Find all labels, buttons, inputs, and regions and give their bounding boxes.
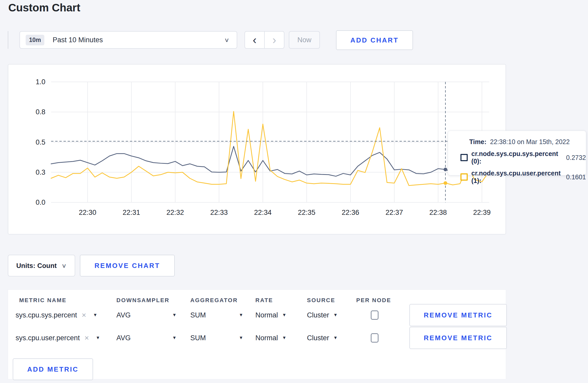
col-header-downsampler: DOWNSAMPLER (116, 297, 190, 304)
user-hover-point (444, 181, 447, 185)
chart-canvas[interactable]: 0.00.30.50.81.022:3022:3122:3222:3322:34… (8, 65, 506, 234)
rate-dropdown[interactable]: Normal ▼ (255, 311, 307, 319)
col-header-rate: RATE (255, 297, 307, 304)
per-node-checkbox[interactable] (371, 310, 379, 320)
dropdown-caret-icon: ▼ (333, 313, 338, 318)
downsampler-dropdown[interactable]: AVG▼ (116, 311, 190, 319)
add-chart-button[interactable]: ADD CHART (336, 30, 413, 50)
per-node-checkbox[interactable] (371, 333, 379, 343)
tooltip-series-row: cr.node.sys.cpu.user.percent (1): 0.1601 (460, 169, 586, 185)
source-dropdown[interactable]: Cluster ▼ (307, 334, 356, 342)
metrics-table: METRIC NAME DOWNSAMPLER AGGREGATOR RATE … (8, 289, 506, 379)
time-pager: ‹ › (244, 31, 284, 49)
chevron-left-icon: ‹ (253, 34, 257, 46)
units-select[interactable]: Units: Count ∨ (8, 255, 75, 276)
sys-series-swatch-icon (460, 154, 468, 161)
x-axis-tick-label: 22:34 (254, 209, 272, 216)
dropdown-caret-icon: ▼ (172, 335, 177, 341)
x-axis-tick-label: 22:31 (123, 209, 140, 216)
y-axis-tick-label: 0.8 (36, 108, 45, 116)
chart-card: 0.00.30.50.81.022:3022:3122:3222:3322:34… (8, 64, 506, 235)
clear-metric-icon[interactable]: × (82, 311, 86, 320)
y-axis-tick-label: 0.5 (36, 138, 45, 146)
sys-hover-point (444, 168, 447, 171)
sys-percent-line (51, 146, 489, 176)
x-axis-tick-label: 22:36 (342, 209, 359, 216)
chart-hover-tooltip: Time: 22:38:10 on Mar 15th, 2022 cr.node… (448, 131, 586, 175)
tooltip-user-value: 0.1601 (566, 173, 586, 181)
x-axis-tick-label: 22:39 (473, 209, 491, 216)
metric-row: sys.cpu.sys.percent × ▼ AVG▼ SUM▼ Normal… (8, 304, 506, 327)
tooltip-sys-label: cr.node.sys.cpu.sys.percent (0): (471, 150, 563, 165)
downsampler-dropdown[interactable]: AVG▼ (116, 334, 190, 342)
time-range-label: Past 10 Minutes (53, 36, 103, 44)
tooltip-series-row: cr.node.sys.cpu.sys.percent (0): 0.2732 (460, 150, 586, 165)
user-series-swatch-icon (460, 173, 468, 181)
add-metric-button[interactable]: ADD METRIC (13, 358, 93, 380)
x-axis-tick-label: 22:35 (298, 209, 316, 216)
aggregator-dropdown[interactable]: SUM▼ (190, 334, 255, 342)
x-axis-tick-label: 22:32 (166, 209, 184, 216)
col-header-metric-name: METRIC NAME (19, 297, 116, 304)
chevron-down-icon: ∨ (224, 37, 230, 43)
dropdown-caret-icon: ▼ (282, 313, 286, 318)
aggregator-dropdown[interactable]: SUM▼ (190, 311, 255, 319)
x-axis-tick-label: 22:33 (210, 209, 228, 216)
dropdown-caret-icon: ▼ (239, 335, 243, 341)
remove-chart-button[interactable]: REMOVE CHART (80, 255, 175, 276)
dropdown-caret-icon: ▼ (93, 313, 97, 318)
col-header-per-node: PER NODE (356, 297, 405, 304)
tooltip-time-row: Time: 22:38:10 on Mar 15th, 2022 (469, 138, 586, 146)
tooltip-time-label: Time: (469, 138, 486, 146)
dropdown-caret-icon: ▼ (239, 313, 243, 318)
source-dropdown[interactable]: Cluster ▼ (307, 311, 356, 319)
dropdown-caret-icon: ▼ (333, 335, 338, 341)
x-axis-tick-label: 22:38 (429, 209, 447, 216)
col-header-source: SOURCE (307, 297, 356, 304)
remove-metric-button[interactable]: REMOVE METRIC (409, 304, 507, 326)
metrics-table-header: METRIC NAME DOWNSAMPLER AGGREGATOR RATE … (8, 297, 506, 304)
next-range-button[interactable]: › (265, 32, 284, 48)
dropdown-caret-icon: ▼ (282, 335, 286, 341)
now-button[interactable]: Now (289, 31, 320, 49)
y-axis-tick-label: 1.0 (36, 78, 45, 86)
rate-dropdown[interactable]: Normal ▼ (255, 334, 307, 342)
user-percent-line (51, 111, 489, 186)
y-axis-tick-label: 0.3 (36, 168, 45, 176)
clear-metric-icon[interactable]: × (85, 334, 89, 342)
time-range-select[interactable]: 10m Past 10 Minutes ∨ (19, 31, 237, 49)
page-title: Custom Chart (8, 2, 80, 14)
prev-range-button[interactable]: ‹ (245, 32, 265, 48)
col-header-aggregator: AGGREGATOR (190, 297, 255, 304)
dropdown-caret-icon: ▼ (172, 313, 177, 318)
tooltip-sys-value: 0.2732 (566, 154, 586, 161)
y-axis-tick-label: 0.0 (36, 198, 45, 206)
x-axis-tick-label: 22:37 (386, 209, 403, 216)
remove-metric-button[interactable]: REMOVE METRIC (409, 327, 507, 349)
metric-name-dropdown[interactable]: sys.cpu.user.percent × ▼ (16, 334, 116, 342)
tooltip-user-label: cr.node.sys.cpu.user.percent (1): (471, 169, 563, 185)
time-range-badge: 10m (26, 35, 44, 45)
metric-name-dropdown[interactable]: sys.cpu.sys.percent × ▼ (16, 311, 116, 320)
toolbar-divider (8, 31, 8, 49)
chevron-down-icon: ∨ (61, 262, 67, 269)
tooltip-time-value: 22:38:10 on Mar 15th, 2022 (490, 138, 570, 146)
metric-row: sys.cpu.user.percent × ▼ AVG▼ SUM▼ Norma… (8, 327, 506, 349)
custom-chart-page: Custom Chart 10m Past 10 Minutes ∨ ‹ › N… (0, 0, 588, 383)
chevron-right-icon: › (272, 34, 276, 46)
dropdown-caret-icon: ▼ (96, 335, 100, 341)
x-axis-tick-label: 22:30 (79, 209, 96, 216)
